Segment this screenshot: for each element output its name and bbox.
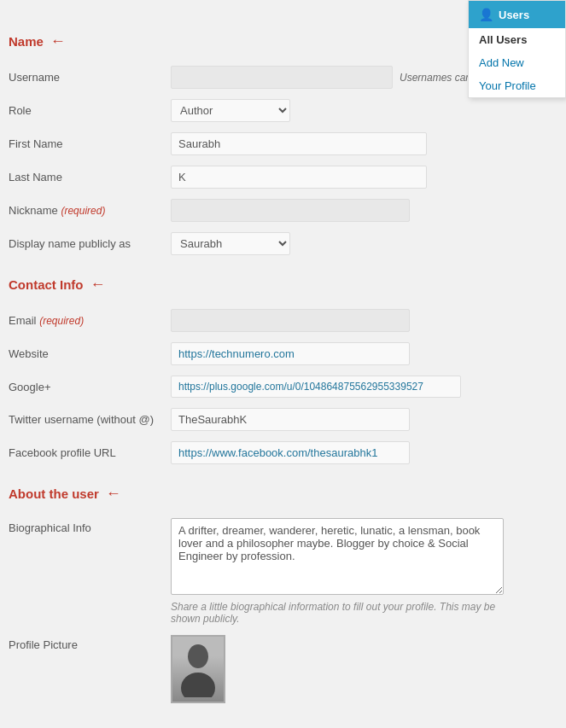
website-cell <box>171 337 549 370</box>
website-row: Website <box>9 337 549 370</box>
profile-picture-label: Profile Picture <box>9 630 171 708</box>
about-user-heading: About the user ← <box>9 485 549 503</box>
bio-hint: Share a little biographical information … <box>171 601 504 625</box>
bio-label: Biographical Info <box>9 513 171 630</box>
website-label: Website <box>9 337 171 370</box>
role-cell: Author <box>171 94 549 127</box>
display-name-select[interactable]: Saurabh <box>171 232 290 255</box>
last-name-row: Last Name <box>9 160 549 194</box>
svg-point-0 <box>188 644 208 668</box>
twitter-label: Twitter username (without @) <box>9 403 171 436</box>
dropdown-header-label: Users <box>499 9 529 21</box>
twitter-cell <box>171 403 549 436</box>
google-cell <box>171 370 549 403</box>
email-label: Email (required) <box>9 304 171 337</box>
about-user-text: About the user <box>9 486 99 501</box>
profile-picture-image <box>171 635 225 703</box>
svg-point-1 <box>181 673 215 697</box>
facebook-cell <box>171 436 549 469</box>
facebook-row: Facebook profile URL <box>9 436 549 469</box>
nickname-required-label: (required) <box>61 205 105 217</box>
role-select[interactable]: Author <box>171 99 290 122</box>
bio-textarea[interactable]: A drifter, dreamer, wanderer, heretic, l… <box>171 518 504 595</box>
nickname-input[interactable] <box>171 199 410 222</box>
dropdown-item-all-users[interactable]: All Users <box>469 28 565 51</box>
twitter-row: Twitter username (without @) <box>9 403 549 436</box>
role-label: Role <box>9 94 171 127</box>
display-name-row: Display name publicly as Saurabh <box>9 227 549 260</box>
email-row: Email (required) <box>9 304 549 337</box>
bio-cell: A drifter, dreamer, wanderer, heretic, l… <box>171 513 549 630</box>
users-dropdown-menu[interactable]: 👤 Users All Users Add New Your Profile <box>468 0 566 98</box>
first-name-row: First Name <box>9 127 549 160</box>
twitter-input[interactable] <box>171 408 410 431</box>
about-form-table: Biographical Info A drifter, dreamer, wa… <box>9 513 549 708</box>
last-name-cell <box>171 160 549 194</box>
bio-row: Biographical Info A drifter, dreamer, wa… <box>9 513 549 630</box>
dropdown-item-add-new[interactable]: Add New <box>469 51 565 74</box>
email-required-label: (required) <box>39 315 84 327</box>
website-input[interactable] <box>171 342 410 365</box>
email-input[interactable] <box>171 309 410 332</box>
contact-info-heading: Contact Info ← <box>9 276 549 294</box>
first-name-cell <box>171 127 549 160</box>
nickname-cell <box>171 194 549 227</box>
contact-form-table: Email (required) Website Google+ Twitter… <box>9 304 549 469</box>
first-name-input[interactable] <box>171 132 427 155</box>
last-name-input[interactable] <box>171 166 427 189</box>
nickname-label: Nickname (required) <box>9 194 171 227</box>
username-input[interactable] <box>171 66 393 89</box>
username-note: Usernames can <box>400 72 471 84</box>
google-label: Google+ <box>9 370 171 403</box>
about-arrow-icon: ← <box>106 485 121 503</box>
dropdown-item-your-profile[interactable]: Your Profile <box>469 74 565 97</box>
facebook-input[interactable] <box>171 441 410 464</box>
first-name-label: First Name <box>9 127 171 160</box>
profile-picture-inner <box>172 637 224 702</box>
user-icon: 👤 <box>479 8 493 21</box>
profile-picture-cell <box>171 630 549 708</box>
users-dropdown-header: 👤 Users <box>469 1 565 28</box>
name-heading-text: Name <box>9 34 44 49</box>
email-cell <box>171 304 549 337</box>
contact-arrow-icon: ← <box>90 276 106 294</box>
name-arrow-icon: ← <box>50 32 66 50</box>
role-row: Role Author <box>9 94 549 127</box>
facebook-label: Facebook profile URL <box>9 436 171 469</box>
display-name-label: Display name publicly as <box>9 227 171 260</box>
contact-info-text: Contact Info <box>9 277 84 292</box>
google-input[interactable] <box>171 376 461 398</box>
profile-picture-svg <box>177 641 219 697</box>
last-name-label: Last Name <box>9 160 171 194</box>
nickname-row: Nickname (required) <box>9 194 549 227</box>
username-label: Username <box>9 61 171 94</box>
profile-picture-row: Profile Picture <box>9 630 549 708</box>
display-name-cell: Saurabh <box>171 227 549 260</box>
google-row: Google+ <box>9 370 549 403</box>
main-content: Name ← Username Usernames can Role Autho… <box>0 0 566 725</box>
